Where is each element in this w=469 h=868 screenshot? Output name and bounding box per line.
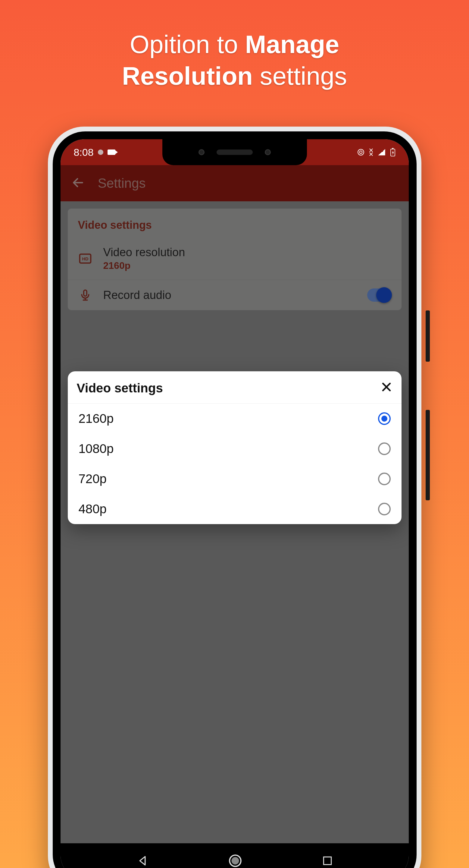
svg-rect-2 bbox=[378, 151, 383, 152]
back-arrow-icon[interactable] bbox=[71, 176, 85, 190]
phone-screen: 8:08 Settings bbox=[61, 139, 409, 868]
status-time: 8:08 bbox=[74, 147, 94, 158]
record-audio-row[interactable]: Record audio bbox=[68, 280, 402, 310]
promo-word: Opition to bbox=[130, 30, 245, 59]
option-label: 720p bbox=[79, 472, 107, 486]
status-x-icon bbox=[369, 148, 373, 156]
nav-recent-icon[interactable] bbox=[322, 855, 333, 868]
option-label: 480p bbox=[79, 502, 107, 516]
phone-notch bbox=[162, 139, 307, 165]
promo-word: Manage bbox=[245, 30, 339, 59]
microphone-icon bbox=[78, 288, 93, 302]
app-bar: Settings bbox=[61, 165, 409, 201]
resolution-option[interactable]: 1080p bbox=[68, 434, 402, 464]
setting-label: Record audio bbox=[103, 289, 356, 302]
svg-rect-10 bbox=[324, 857, 331, 864]
cast-icon bbox=[357, 148, 365, 156]
close-icon[interactable] bbox=[380, 381, 393, 396]
record-audio-toggle[interactable] bbox=[367, 288, 391, 302]
svg-point-1 bbox=[359, 151, 362, 154]
resolution-option[interactable]: 480p bbox=[68, 494, 402, 524]
video-settings-dialog: Video settings 2160p1080p720p480p bbox=[68, 371, 402, 524]
phone-side-button bbox=[426, 410, 430, 500]
radio-icon[interactable] bbox=[378, 472, 391, 485]
video-resolution-row[interactable]: HD Video resolution 2160p bbox=[68, 238, 402, 280]
battery-icon bbox=[390, 148, 396, 156]
video-recording-icon bbox=[107, 150, 115, 155]
app-bar-title: Settings bbox=[98, 176, 146, 191]
promo-word: Resolution bbox=[122, 62, 253, 90]
hd-icon: HD bbox=[78, 252, 93, 265]
svg-point-9 bbox=[231, 857, 239, 865]
svg-rect-4 bbox=[392, 148, 393, 149]
resolution-option[interactable]: 2160p bbox=[68, 404, 402, 434]
dialog-title: Video settings bbox=[77, 381, 163, 396]
nav-home-icon[interactable] bbox=[228, 853, 243, 868]
svg-point-0 bbox=[358, 149, 364, 155]
option-label: 2160p bbox=[79, 411, 114, 426]
svg-text:HD: HD bbox=[82, 256, 88, 261]
promo-word: settings bbox=[253, 62, 347, 90]
radio-icon[interactable] bbox=[378, 503, 391, 516]
settings-card: Video settings HD Video resolution 2160p bbox=[68, 209, 402, 310]
resolution-option[interactable]: 720p bbox=[68, 464, 402, 494]
radio-icon[interactable] bbox=[378, 442, 391, 455]
signal-icon bbox=[377, 148, 386, 156]
settings-content: Video settings HD Video resolution 2160p bbox=[61, 201, 409, 868]
nav-back-icon[interactable] bbox=[136, 855, 149, 868]
setting-label: Video resolution bbox=[103, 246, 391, 259]
svg-rect-7 bbox=[84, 290, 87, 296]
promo-caption: Opition to Manage Resolution settings bbox=[0, 0, 469, 92]
status-dot-icon bbox=[98, 150, 103, 155]
section-header: Video settings bbox=[68, 209, 402, 238]
phone-mockup: 8:08 Settings bbox=[48, 127, 422, 868]
option-label: 1080p bbox=[79, 441, 114, 456]
setting-value: 2160p bbox=[103, 260, 391, 271]
radio-icon[interactable] bbox=[378, 412, 391, 425]
phone-side-button bbox=[426, 310, 430, 362]
android-nav-bar bbox=[61, 843, 409, 868]
